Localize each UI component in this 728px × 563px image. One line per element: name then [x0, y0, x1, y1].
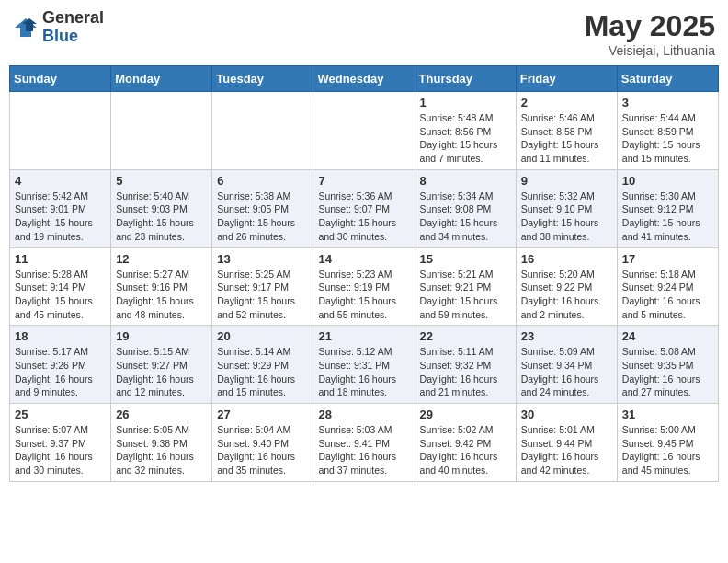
cell-w4-d6: 23Sunrise: 5:09 AMSunset: 9:34 PMDayligh… — [516, 326, 617, 404]
cell-w3-d1: 11Sunrise: 5:28 AMSunset: 9:14 PMDayligh… — [10, 247, 111, 326]
page-header: General Blue May 2025 Veisiejai, Lithuan… — [9, 9, 719, 58]
day-info: Sunrise: 5:17 AMSunset: 9:26 PMDaylight:… — [15, 345, 106, 399]
day-number: 21 — [318, 329, 409, 343]
cell-w1-d5: 1Sunrise: 5:48 AMSunset: 8:56 PMDaylight… — [415, 92, 516, 170]
day-info: Sunrise: 5:07 AMSunset: 9:37 PMDaylight:… — [15, 423, 106, 477]
day-number: 10 — [622, 174, 713, 188]
cell-w5-d3: 27Sunrise: 5:04 AMSunset: 9:40 PMDayligh… — [212, 404, 313, 482]
cell-w5-d2: 26Sunrise: 5:05 AMSunset: 9:38 PMDayligh… — [111, 404, 212, 482]
cell-w1-d7: 3Sunrise: 5:44 AMSunset: 8:59 PMDaylight… — [617, 92, 718, 170]
day-number: 17 — [622, 252, 713, 266]
day-info: Sunrise: 5:46 AMSunset: 8:58 PMDaylight:… — [521, 111, 612, 166]
cell-w1-d2 — [111, 92, 212, 170]
day-number: 12 — [116, 252, 207, 266]
cell-w2-d3: 6Sunrise: 5:38 AMSunset: 9:05 PMDaylight… — [212, 169, 313, 247]
cell-w3-d5: 15Sunrise: 5:21 AMSunset: 9:21 PMDayligh… — [415, 247, 516, 326]
week-row-1: 1Sunrise: 5:48 AMSunset: 8:56 PMDaylight… — [10, 92, 719, 170]
cell-w2-d2: 5Sunrise: 5:40 AMSunset: 9:03 PMDaylight… — [111, 169, 212, 247]
cell-w2-d7: 10Sunrise: 5:30 AMSunset: 9:12 PMDayligh… — [617, 169, 718, 247]
cell-w5-d6: 30Sunrise: 5:01 AMSunset: 9:44 PMDayligh… — [516, 404, 617, 482]
day-info: Sunrise: 5:40 AMSunset: 9:03 PMDaylight:… — [116, 190, 207, 244]
day-info: Sunrise: 5:21 AMSunset: 9:21 PMDaylight:… — [420, 268, 511, 322]
col-monday: Monday — [111, 66, 212, 92]
day-number: 27 — [217, 408, 308, 421]
cell-w2-d6: 9Sunrise: 5:32 AMSunset: 9:10 PMDaylight… — [516, 169, 617, 247]
cell-w1-d3 — [212, 92, 313, 170]
title-block: May 2025 Veisiejai, Lithuania — [585, 9, 715, 58]
col-wednesday: Wednesday — [313, 66, 415, 92]
cell-w4-d4: 21Sunrise: 5:12 AMSunset: 9:31 PMDayligh… — [313, 326, 415, 404]
calendar-table: Sunday Monday Tuesday Wednesday Thursday… — [9, 65, 719, 482]
day-info: Sunrise: 5:02 AMSunset: 9:42 PMDaylight:… — [420, 423, 511, 477]
day-number: 25 — [15, 408, 106, 421]
cell-w3-d7: 17Sunrise: 5:18 AMSunset: 9:24 PMDayligh… — [617, 247, 718, 326]
day-number: 4 — [15, 174, 106, 188]
day-info: Sunrise: 5:09 AMSunset: 9:34 PMDaylight:… — [521, 345, 612, 399]
day-info: Sunrise: 5:44 AMSunset: 8:59 PMDaylight:… — [622, 111, 713, 166]
day-info: Sunrise: 5:18 AMSunset: 9:24 PMDaylight:… — [622, 268, 713, 322]
day-info: Sunrise: 5:32 AMSunset: 9:10 PMDaylight:… — [521, 190, 612, 244]
cell-w4-d3: 20Sunrise: 5:14 AMSunset: 9:29 PMDayligh… — [212, 326, 313, 404]
cell-w3-d2: 12Sunrise: 5:27 AMSunset: 9:16 PMDayligh… — [111, 247, 212, 326]
day-info: Sunrise: 5:42 AMSunset: 9:01 PMDaylight:… — [15, 190, 106, 244]
day-info: Sunrise: 5:11 AMSunset: 9:32 PMDaylight:… — [420, 345, 511, 399]
day-number: 1 — [420, 96, 511, 109]
day-number: 16 — [521, 252, 612, 266]
day-info: Sunrise: 5:05 AMSunset: 9:38 PMDaylight:… — [116, 423, 207, 477]
day-number: 5 — [116, 174, 207, 188]
header-row: Sunday Monday Tuesday Wednesday Thursday… — [10, 66, 719, 92]
day-info: Sunrise: 5:03 AMSunset: 9:41 PMDaylight:… — [318, 423, 409, 477]
day-info: Sunrise: 5:20 AMSunset: 9:22 PMDaylight:… — [521, 268, 612, 322]
calendar-title: May 2025 — [585, 9, 715, 43]
logo-general: General — [42, 9, 104, 28]
day-number: 8 — [420, 174, 511, 188]
week-row-2: 4Sunrise: 5:42 AMSunset: 9:01 PMDaylight… — [10, 169, 719, 247]
cell-w3-d3: 13Sunrise: 5:25 AMSunset: 9:17 PMDayligh… — [212, 247, 313, 326]
day-number: 24 — [622, 329, 713, 343]
logo: General Blue — [13, 9, 104, 46]
day-number: 9 — [521, 174, 612, 188]
day-number: 2 — [521, 96, 612, 109]
cell-w3-d4: 14Sunrise: 5:23 AMSunset: 9:19 PMDayligh… — [313, 247, 415, 326]
week-row-5: 25Sunrise: 5:07 AMSunset: 9:37 PMDayligh… — [10, 404, 719, 482]
cell-w4-d5: 22Sunrise: 5:11 AMSunset: 9:32 PMDayligh… — [415, 326, 516, 404]
day-info: Sunrise: 5:04 AMSunset: 9:40 PMDaylight:… — [217, 423, 308, 477]
day-number: 23 — [521, 329, 612, 343]
cell-w3-d6: 16Sunrise: 5:20 AMSunset: 9:22 PMDayligh… — [516, 247, 617, 326]
logo-blue: Blue — [42, 28, 104, 46]
day-number: 13 — [217, 252, 308, 266]
day-number: 18 — [15, 329, 106, 343]
day-info: Sunrise: 5:14 AMSunset: 9:29 PMDaylight:… — [217, 345, 308, 399]
day-info: Sunrise: 5:15 AMSunset: 9:27 PMDaylight:… — [116, 345, 207, 399]
cell-w2-d4: 7Sunrise: 5:36 AMSunset: 9:07 PMDaylight… — [313, 169, 415, 247]
col-friday: Friday — [516, 66, 617, 92]
day-info: Sunrise: 5:08 AMSunset: 9:35 PMDaylight:… — [622, 345, 713, 399]
cell-w1-d1 — [10, 92, 111, 170]
cell-w5-d5: 29Sunrise: 5:02 AMSunset: 9:42 PMDayligh… — [415, 404, 516, 482]
cell-w5-d7: 31Sunrise: 5:00 AMSunset: 9:45 PMDayligh… — [617, 404, 718, 482]
day-info: Sunrise: 5:12 AMSunset: 9:31 PMDaylight:… — [318, 345, 409, 399]
day-number: 14 — [318, 252, 409, 266]
day-info: Sunrise: 5:25 AMSunset: 9:17 PMDaylight:… — [217, 268, 308, 322]
week-row-4: 18Sunrise: 5:17 AMSunset: 9:26 PMDayligh… — [10, 326, 719, 404]
cell-w1-d6: 2Sunrise: 5:46 AMSunset: 8:58 PMDaylight… — [516, 92, 617, 170]
day-number: 22 — [420, 329, 511, 343]
day-info: Sunrise: 5:38 AMSunset: 9:05 PMDaylight:… — [217, 190, 308, 244]
cell-w4-d1: 18Sunrise: 5:17 AMSunset: 9:26 PMDayligh… — [10, 326, 111, 404]
cell-w1-d4 — [313, 92, 415, 170]
col-thursday: Thursday — [415, 66, 516, 92]
day-info: Sunrise: 5:30 AMSunset: 9:12 PMDaylight:… — [622, 190, 713, 244]
cell-w4-d2: 19Sunrise: 5:15 AMSunset: 9:27 PMDayligh… — [111, 326, 212, 404]
day-info: Sunrise: 5:01 AMSunset: 9:44 PMDaylight:… — [521, 423, 612, 477]
day-number: 6 — [217, 174, 308, 188]
cell-w4-d7: 24Sunrise: 5:08 AMSunset: 9:35 PMDayligh… — [617, 326, 718, 404]
day-info: Sunrise: 5:34 AMSunset: 9:08 PMDaylight:… — [420, 190, 511, 244]
day-number: 7 — [318, 174, 409, 188]
cell-w5-d4: 28Sunrise: 5:03 AMSunset: 9:41 PMDayligh… — [313, 404, 415, 482]
day-number: 3 — [622, 96, 713, 109]
day-info: Sunrise: 5:00 AMSunset: 9:45 PMDaylight:… — [622, 423, 713, 477]
col-saturday: Saturday — [617, 66, 718, 92]
day-number: 20 — [217, 329, 308, 343]
cell-w2-d1: 4Sunrise: 5:42 AMSunset: 9:01 PMDaylight… — [10, 169, 111, 247]
day-number: 29 — [420, 408, 511, 421]
